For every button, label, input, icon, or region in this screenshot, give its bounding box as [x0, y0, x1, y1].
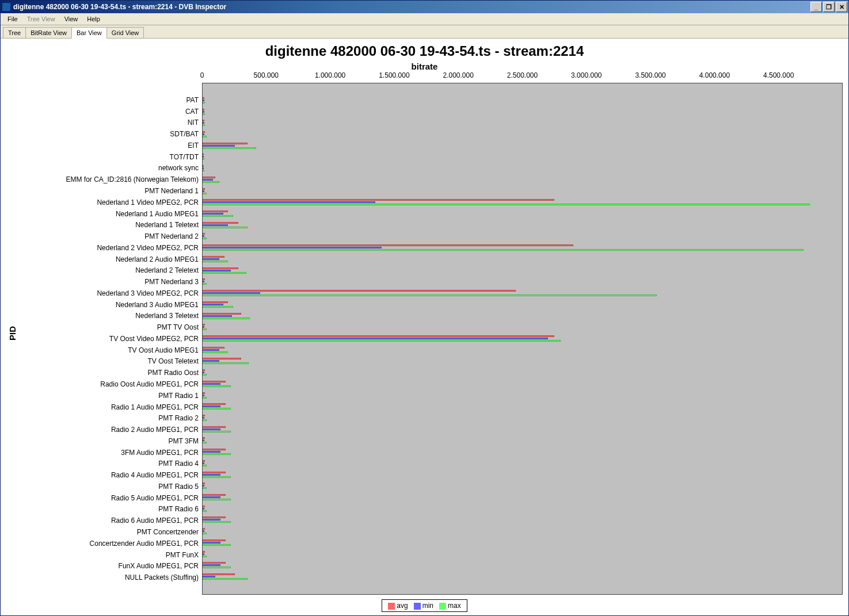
category-label: CAT	[21, 108, 199, 115]
category-label: PMT TV Oost	[21, 324, 199, 331]
category-label: TV Oost Audio MPEG1	[21, 347, 199, 354]
category-label: PMT Nederland 2	[21, 233, 199, 240]
bar-max	[203, 147, 256, 149]
category-label: Nederland 3 Audio MPEG1	[21, 301, 199, 308]
bar-min	[203, 349, 219, 351]
bar-min	[203, 564, 220, 566]
menu-view[interactable]: View	[60, 14, 83, 24]
bar-group	[203, 131, 842, 138]
minimize-button[interactable]: _	[810, 2, 822, 12]
bar-group	[203, 449, 842, 456]
x-axis-label: bitrate	[1, 62, 848, 71]
bar-group	[203, 494, 842, 501]
x-tick: 4.000.000	[699, 71, 730, 79]
bar-min	[203, 530, 204, 532]
bar-min	[203, 508, 204, 510]
bar-min	[203, 258, 219, 260]
legend: avg min max	[1, 597, 848, 615]
bar-max	[203, 419, 207, 421]
menu-file[interactable]: File	[3, 14, 22, 24]
category-label: Concertzender Audio MPEG1, PCR	[21, 540, 199, 547]
tab-tree[interactable]: Tree	[3, 27, 26, 38]
bar-group	[203, 528, 842, 535]
tab-grid-view[interactable]: Grid View	[106, 27, 144, 38]
bar-avg	[203, 165, 204, 167]
bar-max	[203, 102, 205, 104]
bar-group	[203, 143, 842, 150]
x-tick: 4.500.000	[763, 71, 794, 79]
bar-group	[203, 97, 842, 104]
bar-max	[203, 249, 804, 251]
category-label: PMT Nederland 3	[21, 278, 199, 285]
bar-max	[203, 362, 249, 364]
bar-max	[203, 465, 207, 466]
bar-min	[203, 100, 204, 101]
bar-group	[203, 313, 842, 320]
y-axis-label: PID	[6, 71, 18, 595]
bar-max	[203, 193, 207, 194]
bar-avg	[203, 211, 228, 212]
category-label: Nederland 1 Video MPEG2, PCR	[21, 199, 199, 206]
close-button[interactable]: ✕	[836, 2, 847, 12]
bar-avg	[203, 449, 226, 450]
bar-max	[203, 533, 207, 534]
category-label: 3FM Audio MPEG1, PCR	[21, 449, 199, 456]
bar-min	[203, 542, 220, 544]
bar-avg	[203, 301, 228, 303]
max-swatch-icon	[439, 603, 446, 610]
bar-avg	[203, 392, 205, 394]
category-label: PMT Nederland 1	[21, 188, 199, 194]
bar-min	[203, 122, 204, 124]
bar-group	[203, 278, 842, 285]
chart-panel: digitenne 482000 06-30 19-43-54.ts - str…	[1, 39, 848, 615]
restore-button[interactable]: ❐	[823, 2, 835, 12]
bar-avg	[203, 506, 205, 507]
bar-min	[203, 360, 219, 362]
bar-max	[203, 567, 231, 568]
menu-help[interactable]: Help	[82, 14, 105, 24]
category-label: TV Oost Teletext	[21, 358, 199, 365]
bar-max	[203, 158, 204, 160]
bar-max	[203, 204, 810, 205]
bar-avg	[203, 222, 238, 224]
category-label: Nederland 2 Teletext	[21, 267, 199, 274]
category-label: PMT Radio Oost	[21, 369, 199, 376]
bar-group	[203, 154, 842, 160]
bar-group	[203, 324, 842, 331]
tab-bar-view[interactable]: Bar View	[71, 27, 107, 39]
tab-bitrate-view[interactable]: BitRate View	[25, 27, 72, 38]
category-label: PMT Radio 2	[21, 415, 199, 422]
bar-avg	[203, 290, 516, 292]
bar-group	[203, 506, 842, 512]
category-label: Nederland 2 Audio MPEG1	[21, 256, 199, 263]
x-tick: 2.500.000	[507, 71, 538, 79]
bar-min	[203, 304, 223, 305]
bar-min	[203, 462, 204, 464]
category-label: TV Oost Video MPEG2, PCR	[21, 335, 199, 342]
bar-group	[203, 222, 842, 229]
category-label: Nederland 1 Teletext	[21, 221, 199, 228]
bar-avg	[203, 540, 226, 541]
category-label: Radio 2 Audio MPEG1, PCR	[21, 426, 199, 433]
category-label: PMT Concertzender	[21, 529, 199, 535]
bar-max	[203, 487, 207, 489]
bar-min	[203, 270, 231, 271]
bar-min	[203, 292, 260, 294]
bar-min	[203, 428, 220, 430]
bar-avg	[203, 233, 205, 235]
bar-group	[203, 403, 842, 410]
bar-min	[203, 519, 220, 521]
window-title: digitenne 482000 06-30 19-43-54.ts - str…	[13, 3, 226, 11]
bar-avg	[203, 199, 554, 201]
bar-group	[203, 392, 842, 399]
category-label: Nederland 2 Video MPEG2, PCR	[21, 244, 199, 251]
chart-title: digitenne 482000 06-30 19-43-54.ts - str…	[1, 39, 848, 62]
min-swatch-icon	[414, 603, 421, 610]
x-ticks: 0500.0001.000.0001.500.0002.000.0002.500…	[202, 71, 843, 83]
bar-min	[203, 383, 220, 385]
category-label: network sync	[21, 164, 199, 171]
plot-area[interactable]	[202, 83, 843, 595]
bar-group	[203, 415, 842, 422]
bar-group	[203, 381, 842, 388]
x-tick: 1.500.000	[379, 71, 409, 79]
